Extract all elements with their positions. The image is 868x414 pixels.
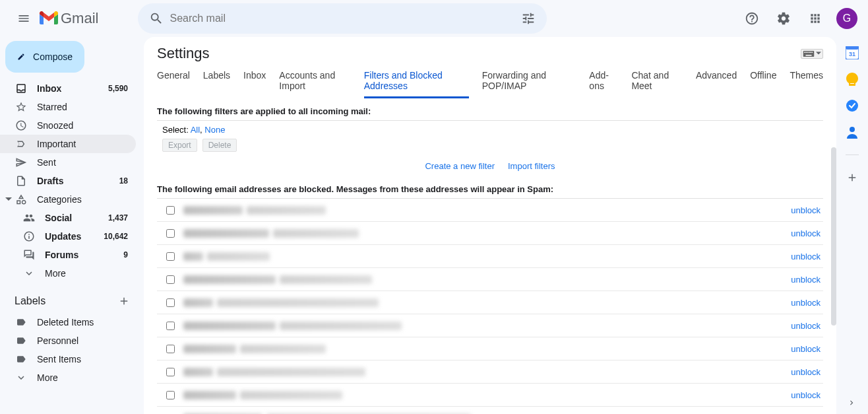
label-personnel[interactable]: Personnel <box>0 331 136 350</box>
sidebar-item-important[interactable]: Important <box>0 135 136 153</box>
labels-more[interactable]: More <box>0 368 136 387</box>
scrollbar-thumb[interactable] <box>831 147 836 326</box>
blocked-address <box>183 390 791 399</box>
calendar-app-button[interactable]: 31 <box>846 46 859 59</box>
row-checkbox-wrap <box>157 345 183 353</box>
tasks-app-button[interactable] <box>846 99 859 112</box>
tasks-icon <box>846 99 859 112</box>
sidebar-item-inbox[interactable]: Inbox5,590 <box>0 79 136 98</box>
compose-button[interactable]: Compose <box>5 41 84 73</box>
search-bar[interactable] <box>138 3 547 34</box>
search-input[interactable] <box>170 13 515 24</box>
sidebar-item-social[interactable]: Social1,437 <box>0 209 136 227</box>
tab-accounts-and-import[interactable]: Accounts and Import <box>279 70 350 98</box>
unblock-link[interactable]: unblock <box>791 298 823 308</box>
tab-offline[interactable]: Offline <box>750 70 776 98</box>
sidebar-item-sent[interactable]: Sent <box>0 153 136 172</box>
sidebar: Compose Inbox5,590StarredSnoozedImportan… <box>0 37 144 414</box>
nav-label: Sent Items <box>37 354 128 364</box>
sidebar-item-snoozed[interactable]: Snoozed <box>0 116 136 135</box>
show-side-panel-button[interactable] <box>847 398 856 407</box>
label-deleted-items[interactable]: Deleted Items <box>0 313 136 331</box>
tab-inbox[interactable]: Inbox <box>243 70 266 98</box>
tab-chat-and-meet[interactable]: Chat and Meet <box>631 70 683 98</box>
search-button[interactable] <box>143 5 170 32</box>
sidebar-item-drafts[interactable]: Drafts18 <box>0 172 136 190</box>
chevron-left-icon <box>847 398 856 407</box>
nav-label: Drafts <box>37 176 119 186</box>
tab-themes[interactable]: Themes <box>790 70 823 98</box>
apps-button[interactable] <box>802 5 828 32</box>
main-content: Settings GeneralLabelsInboxAccounts and … <box>144 37 836 414</box>
nav-label: Updates <box>45 231 104 242</box>
export-button[interactable]: Export <box>162 139 197 152</box>
filter-buttons: Export Delete <box>157 139 823 152</box>
logo[interactable]: Gmail <box>40 10 98 27</box>
settings-button[interactable] <box>770 5 797 32</box>
apps-icon <box>809 12 822 25</box>
keep-app-button[interactable] <box>846 73 859 86</box>
row-checkbox[interactable] <box>166 275 175 284</box>
tab-advanced[interactable]: Advanced <box>696 70 737 98</box>
tab-forwarding-and-pop-imap[interactable]: Forwarding and POP/IMAP <box>482 70 576 98</box>
svg-rect-9 <box>846 46 859 50</box>
row-checkbox-wrap <box>157 252 183 261</box>
get-addons-button[interactable] <box>846 171 859 184</box>
blocked-address-row: unblock <box>157 337 823 361</box>
row-checkbox-wrap <box>157 206 183 215</box>
row-checkbox-wrap <box>157 298 183 307</box>
search-options-button[interactable] <box>515 5 542 32</box>
nav-label: Deleted Items <box>37 317 128 328</box>
unblock-link[interactable]: unblock <box>791 205 823 215</box>
tab-labels[interactable]: Labels <box>203 70 230 98</box>
row-checkbox[interactable] <box>166 229 175 238</box>
sidebar-more-categories[interactable]: More <box>0 264 136 283</box>
expand-more-icon <box>15 371 28 384</box>
svg-rect-6 <box>812 52 813 53</box>
row-checkbox[interactable] <box>166 391 175 399</box>
add-label-button[interactable] <box>116 293 132 309</box>
unblock-link[interactable]: unblock <box>791 390 823 400</box>
row-checkbox[interactable] <box>166 206 175 215</box>
sidebar-item-updates[interactable]: Updates10,642 <box>0 227 136 246</box>
sidebar-item-starred[interactable]: Starred <box>0 98 136 116</box>
unblock-link[interactable]: unblock <box>791 275 823 285</box>
unblock-link[interactable]: unblock <box>791 321 823 331</box>
label-sent-items[interactable]: Sent Items <box>0 350 136 368</box>
input-tools-button[interactable] <box>801 49 823 59</box>
row-checkbox-wrap <box>157 322 183 330</box>
row-checkbox[interactable] <box>166 298 175 307</box>
unblock-link[interactable]: unblock <box>791 344 823 354</box>
keep-icon <box>846 73 858 86</box>
svg-rect-4 <box>809 52 810 53</box>
delete-button[interactable]: Delete <box>202 139 237 152</box>
snoozed-icon <box>15 119 28 132</box>
contacts-app-button[interactable] <box>846 125 859 139</box>
create-filter-link[interactable]: Create a new filter <box>425 161 495 171</box>
sidebar-item-categories[interactable]: Categories <box>0 190 136 209</box>
sidebar-item-forums[interactable]: Forums9 <box>0 246 136 264</box>
gmail-icon <box>40 11 58 26</box>
import-filters-link[interactable]: Import filters <box>508 161 555 171</box>
row-checkbox[interactable] <box>166 345 175 353</box>
row-checkbox[interactable] <box>166 252 175 261</box>
tab-add-ons[interactable]: Add-ons <box>589 70 618 98</box>
social-icon <box>22 211 36 224</box>
account-avatar[interactable]: G <box>836 8 857 29</box>
select-none-link[interactable]: None <box>204 125 225 135</box>
contacts-icon <box>846 125 858 139</box>
row-checkbox[interactable] <box>166 322 175 330</box>
important-icon <box>15 137 28 151</box>
tab-general[interactable]: General <box>157 70 190 98</box>
main-menu-button[interactable] <box>11 5 37 32</box>
tab-filters-and-blocked-addresses[interactable]: Filters and Blocked Addresses <box>364 70 469 98</box>
app-header: Gmail G <box>0 0 868 37</box>
unblock-link[interactable]: unblock <box>791 367 823 377</box>
nav-count: 9 <box>123 250 128 259</box>
select-all-link[interactable]: All <box>191 125 200 135</box>
row-checkbox[interactable] <box>166 368 175 376</box>
help-button[interactable] <box>739 5 765 32</box>
drafts-icon <box>15 174 28 188</box>
unblock-link[interactable]: unblock <box>791 252 823 261</box>
unblock-link[interactable]: unblock <box>791 228 823 238</box>
